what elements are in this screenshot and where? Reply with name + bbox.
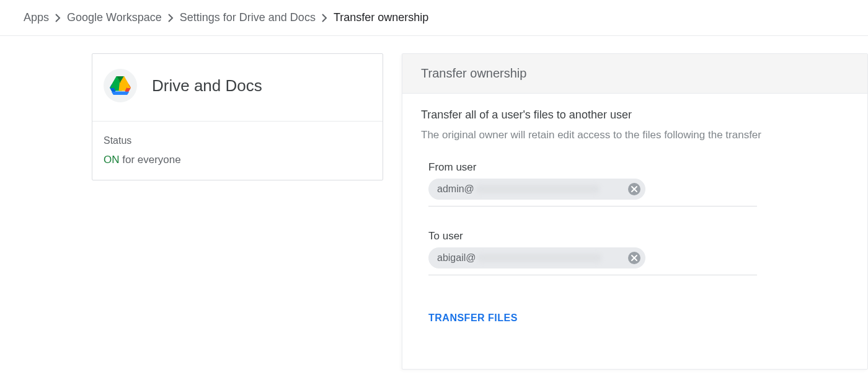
- svg-marker-4: [112, 92, 128, 95]
- chevron-right-icon: [55, 14, 61, 22]
- breadcrumb: Apps Google Workspace Settings for Drive…: [0, 0, 868, 36]
- from-user-prefix: admin@: [437, 184, 474, 195]
- main-content: Drive and Docs Status ON for everyone Tr…: [0, 36, 868, 370]
- breadcrumb-settings-drive-docs[interactable]: Settings for Drive and Docs: [180, 11, 316, 24]
- transfer-heading: Transfer all of a user's files to anothe…: [421, 109, 849, 122]
- status-scope-text: for everyone: [122, 154, 181, 166]
- panel-body: Transfer all of a user's files to anothe…: [402, 94, 867, 324]
- drive-docs-card: Drive and Docs Status ON for everyone: [92, 53, 383, 180]
- card-header: Drive and Docs: [92, 54, 383, 121]
- to-user-label: To user: [428, 230, 757, 242]
- chevron-right-icon: [168, 14, 174, 22]
- breadcrumb-apps[interactable]: Apps: [24, 11, 49, 24]
- to-user-chip[interactable]: abigail@: [428, 247, 645, 268]
- transfer-files-button[interactable]: TRANSFER FILES: [428, 313, 518, 324]
- status-label: Status: [104, 135, 371, 146]
- breadcrumb-google-workspace[interactable]: Google Workspace: [67, 11, 162, 24]
- close-icon[interactable]: [628, 183, 640, 195]
- chevron-right-icon: [322, 14, 327, 22]
- status-on-text: ON: [104, 154, 120, 166]
- from-user-redacted: [476, 185, 600, 193]
- from-user-chip[interactable]: admin@: [428, 179, 645, 200]
- to-user-redacted: [477, 254, 601, 262]
- breadcrumb-transfer-ownership: Transfer ownership: [334, 11, 428, 24]
- to-user-field: To user abigail@: [428, 230, 757, 275]
- google-drive-icon: [104, 69, 137, 102]
- card-title: Drive and Docs: [152, 76, 262, 95]
- transfer-subheading: The original owner will retain edit acce…: [421, 129, 849, 141]
- card-body: Status ON for everyone: [92, 121, 383, 180]
- from-user-label: From user: [428, 161, 757, 174]
- close-icon[interactable]: [628, 252, 640, 264]
- status-value: ON for everyone: [104, 154, 371, 166]
- transfer-ownership-panel: Transfer ownership Transfer all of a use…: [402, 53, 868, 370]
- from-user-field: From user admin@: [428, 161, 757, 206]
- panel-header-title: Transfer ownership: [402, 54, 867, 94]
- to-user-prefix: abigail@: [437, 252, 476, 264]
